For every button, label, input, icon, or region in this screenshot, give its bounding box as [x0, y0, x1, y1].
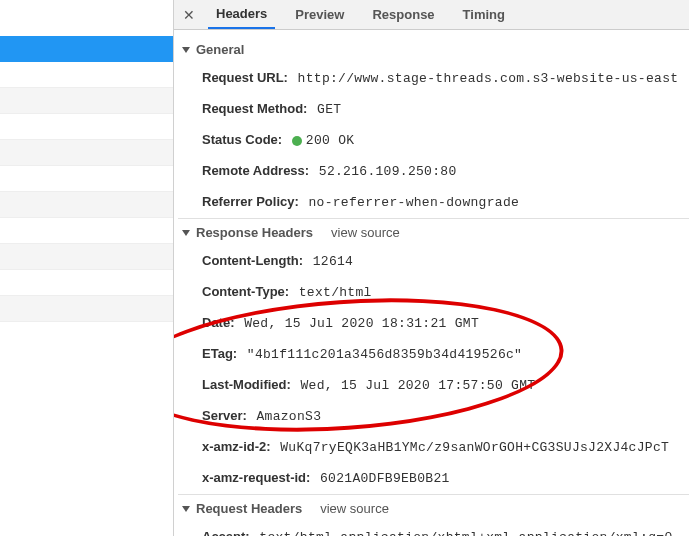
row-status-code: Status Code: 200 OK — [178, 125, 689, 156]
row-referrer-policy: Referrer Policy: no-referrer-when-downgr… — [178, 187, 689, 218]
value-referrer-policy: no-referrer-when-downgrade — [308, 195, 519, 210]
row-content-length: Content-Length: 12614 — [178, 246, 689, 277]
label-server: Server: — [202, 408, 247, 423]
row-accept: Accept: text/html,application/xhtml+xml,… — [178, 522, 689, 536]
row-server: Server: AmazonS3 — [178, 401, 689, 432]
section-response-headers[interactable]: Response Headers view source — [178, 218, 689, 246]
tab-timing[interactable]: Timing — [455, 0, 513, 29]
row-date: Date: Wed, 15 Jul 2020 18:31:21 GMT — [178, 308, 689, 339]
value-date: Wed, 15 Jul 2020 18:31:21 GMT — [244, 316, 479, 331]
label-last-modified: Last-Modified: — [202, 377, 291, 392]
label-etag: ETag: — [202, 346, 237, 361]
selected-request-row[interactable] — [0, 36, 173, 62]
triangle-down-icon — [182, 230, 190, 236]
value-remote-address: 52.216.109.250:80 — [319, 164, 457, 179]
value-request-method: GET — [317, 102, 341, 117]
section-title-response-headers: Response Headers — [196, 225, 313, 240]
view-source-link[interactable]: view source — [331, 225, 400, 240]
value-x-amz-request-id: 6021A0DFB9EB0B21 — [320, 471, 450, 486]
request-list-sidebar — [0, 0, 174, 536]
tab-response[interactable]: Response — [364, 0, 442, 29]
tab-preview[interactable]: Preview — [287, 0, 352, 29]
section-request-headers[interactable]: Request Headers view source — [178, 494, 689, 522]
value-etag: "4b1f111c201a3456d8359b34d419526c" — [247, 347, 522, 362]
section-general[interactable]: General — [178, 36, 689, 63]
section-title-request-headers: Request Headers — [196, 501, 302, 516]
value-status-code: 200 OK — [292, 133, 355, 148]
label-remote-address: Remote Address: — [202, 163, 309, 178]
tab-headers[interactable]: Headers — [208, 0, 275, 29]
label-status-code: Status Code: — [202, 132, 282, 147]
label-referrer-policy: Referrer Policy: — [202, 194, 299, 209]
label-accept: Accept: — [202, 529, 250, 536]
row-request-method: Request Method: GET — [178, 94, 689, 125]
row-x-amz-request-id: x-amz-request-id: 6021A0DFB9EB0B21 — [178, 463, 689, 494]
value-server: AmazonS3 — [256, 409, 321, 424]
label-content-length: Content-Length: — [202, 253, 303, 268]
triangle-down-icon — [182, 506, 190, 512]
row-etag: ETag: "4b1f111c201a3456d8359b34d419526c" — [178, 339, 689, 370]
label-content-type: Content-Type: — [202, 284, 289, 299]
label-x-amz-id-2: x-amz-id-2: — [202, 439, 271, 454]
row-request-url: Request URL: http://www.stage-threads.co… — [178, 63, 689, 94]
row-x-amz-id-2: x-amz-id-2: WuKq7ryEQK3aHB1YMc/z9sanWOrG… — [178, 432, 689, 463]
status-ok-icon — [292, 136, 302, 146]
close-icon[interactable]: ✕ — [180, 6, 198, 24]
value-x-amz-id-2: WuKq7ryEQK3aHB1YMc/z9sanWOrGOH+CG3SUJsJ2… — [280, 440, 669, 455]
value-last-modified: Wed, 15 Jul 2020 17:57:50 GMT — [300, 378, 535, 393]
row-last-modified: Last-Modified: Wed, 15 Jul 2020 17:57:50… — [178, 370, 689, 401]
value-request-url: http://www.stage-threads.com.s3-website-… — [298, 71, 679, 86]
value-content-length: 12614 — [313, 254, 354, 269]
triangle-down-icon — [182, 47, 190, 53]
details-panel: ✕ Headers Preview Response Timing Genera… — [174, 0, 689, 536]
value-content-type: text/html — [299, 285, 372, 300]
view-source-link[interactable]: view source — [320, 501, 389, 516]
tab-bar: ✕ Headers Preview Response Timing — [174, 0, 689, 30]
section-title-general: General — [196, 42, 244, 57]
label-date: Date: — [202, 315, 235, 330]
value-accept: text/html,application/xhtml+xml,applicat… — [259, 530, 680, 536]
label-request-url: Request URL: — [202, 70, 288, 85]
row-remote-address: Remote Address: 52.216.109.250:80 — [178, 156, 689, 187]
row-content-type: Content-Type: text/html — [178, 277, 689, 308]
label-request-method: Request Method: — [202, 101, 307, 116]
label-x-amz-request-id: x-amz-request-id: — [202, 470, 310, 485]
